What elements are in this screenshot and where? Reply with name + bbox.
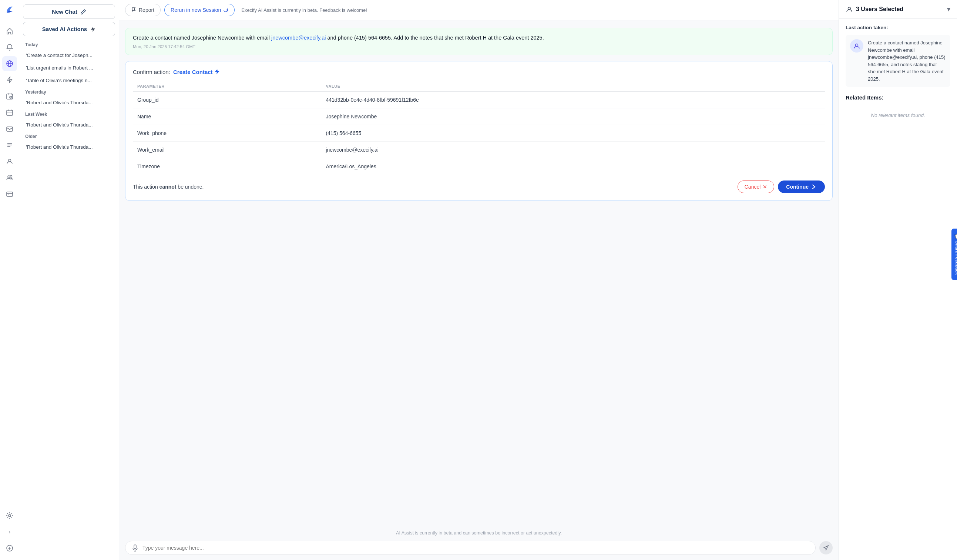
users-selected: 3 Users Selected <box>846 6 903 13</box>
sidebar-item-mail[interactable] <box>2 121 17 136</box>
action-description: Create a contact named Josephine Newcomb… <box>868 39 946 82</box>
avatar <box>850 39 863 52</box>
chat-bubble-icon: 💬 <box>954 234 957 239</box>
beta-notice: Execify AI Assist is currently in beta. … <box>241 7 367 13</box>
lightning-icon <box>90 26 96 32</box>
rerun-button[interactable]: Rerun in new Session <box>164 4 235 16</box>
svg-rect-7 <box>7 110 13 115</box>
sidebar-item-tasks[interactable] <box>2 137 17 152</box>
cancel-button[interactable]: Cancel ✕ <box>737 180 775 193</box>
list-item[interactable]: 'Create a contact for Joseph... ··· <box>23 49 115 62</box>
last-action-card: Create a contact named Josephine Newcomb… <box>846 35 950 87</box>
param-value: 441d32bb-0e4c-4d40-8fbf-59691f12fb6e <box>321 91 825 108</box>
section-older: Older <box>23 131 115 140</box>
action-icon <box>214 69 220 75</box>
send-button[interactable] <box>819 541 833 554</box>
param-name: Group_id <box>133 91 321 108</box>
right-panel: 3 Users Selected ▾ Last action taken: Cr… <box>839 0 957 560</box>
table-row: Group_id441d32bb-0e4c-4d40-8fbf-59691f12… <box>133 91 825 108</box>
sidebar: New Chat Saved AI Actions Today 'Create … <box>19 0 119 560</box>
right-panel-body: Last action taken: Create a contact name… <box>839 19 957 131</box>
flag-icon <box>131 7 137 13</box>
main-content: Report Rerun in new Session Execify AI A… <box>119 0 839 560</box>
sidebar-item-billing[interactable] <box>2 186 17 201</box>
new-chat-button[interactable]: New Chat <box>23 5 115 19</box>
pencil-icon <box>80 9 86 15</box>
section-last-week: Last Week <box>23 109 115 118</box>
no-items-text: No relevant items found. <box>846 105 950 125</box>
confirm-footer: This action cannot be undone. Cancel ✕ C… <box>133 180 825 193</box>
report-button[interactable]: Report <box>125 4 161 16</box>
param-name: Work_email <box>133 141 321 158</box>
param-name: Name <box>133 108 321 125</box>
col-parameter: PARAMETER <box>133 81 321 92</box>
confirm-header: Confirm action: Create Contact <box>133 69 825 75</box>
table-row: Work_emailjnewcombe@execify.ai <box>133 141 825 158</box>
list-item[interactable]: 'Robert and Olivia's Thursda... ··· <box>23 118 115 131</box>
list-item[interactable]: 'Robert and Olivia's Thursda... ··· <box>23 96 115 109</box>
message-time: Mon, 20 Jan 2025 17:42:54 GMT <box>133 44 825 49</box>
svg-point-17 <box>10 176 12 178</box>
param-value: America/Los_Angeles <box>321 158 825 175</box>
chat-input[interactable] <box>142 545 809 551</box>
section-today: Today <box>23 39 115 49</box>
list-item[interactable]: 'List urgent emails in Robert ... ··· <box>23 62 115 74</box>
saved-actions-label: Saved AI Actions <box>42 26 87 32</box>
sidebar-item-settings[interactable] <box>2 508 17 523</box>
param-value: (415) 564-6655 <box>321 125 825 141</box>
list-item[interactable]: 'Table of Olivia's meetings n... ··· <box>23 74 115 87</box>
toolbar: Report Rerun in new Session Execify AI A… <box>119 0 839 21</box>
app-logo[interactable] <box>5 5 15 16</box>
email-link[interactable]: jnewcombe@execify.ai <box>271 35 326 41</box>
action-name: Create Contact <box>173 69 220 75</box>
svg-rect-11 <box>7 127 13 131</box>
sidebar-item-contacts[interactable] <box>2 154 17 169</box>
beta-notice-bottom: AI Assist is currently in beta and can s… <box>119 527 839 537</box>
svg-rect-18 <box>7 192 13 196</box>
param-value: jnewcombe@execify.ai <box>321 141 825 158</box>
new-chat-label: New Chat <box>52 8 77 15</box>
sidebar-item-calendar[interactable] <box>2 105 17 120</box>
svg-point-29 <box>856 44 858 47</box>
chat-area: Create a contact named Josephine Newcomb… <box>119 21 839 527</box>
svg-point-16 <box>8 176 10 178</box>
sidebar-item-team[interactable] <box>2 170 17 185</box>
table-row: Work_phone(415) 564-6655 <box>133 125 825 141</box>
table-row: TimezoneAmerica/Los_Angeles <box>133 158 825 175</box>
right-panel-header: 3 Users Selected ▾ <box>839 0 957 19</box>
table-row: NameJosephine Newcombe <box>133 108 825 125</box>
sidebar-item-calendar-clock[interactable] <box>2 89 17 104</box>
sidebar-item-add[interactable] <box>2 541 17 555</box>
continue-button[interactable]: Continue <box>778 180 825 193</box>
saved-ai-actions-button[interactable]: Saved AI Actions <box>23 22 115 36</box>
sidebar-item-globe[interactable] <box>2 56 17 71</box>
message-bubble: Create a contact named Josephine Newcomb… <box>125 28 833 55</box>
param-value: Josephine Newcombe <box>321 108 825 125</box>
param-name: Timezone <box>133 158 321 175</box>
sidebar-item-bolt[interactable] <box>2 73 17 87</box>
chevron-right-icon <box>811 184 817 190</box>
expand-icon[interactable]: › <box>2 524 17 539</box>
user-icon <box>846 6 853 13</box>
list-item[interactable]: 'Robert and Olivia's Thursda... ··· <box>23 140 115 153</box>
mic-button[interactable] <box>131 544 139 552</box>
share-feedback-tab[interactable]: 💬 Share Feedback <box>951 229 957 280</box>
section-yesterday: Yesterday <box>23 87 115 96</box>
sidebar-item-home[interactable] <box>2 24 17 38</box>
param-name: Work_phone <box>133 125 321 141</box>
confirm-card: Confirm action: Create Contact PARAMETER… <box>125 61 833 201</box>
params-table: PARAMETER VALUE Group_id441d32bb-0e4c-4d… <box>133 81 825 175</box>
svg-point-21 <box>8 514 11 517</box>
confirm-warning: This action cannot be undone. <box>133 184 204 190</box>
refresh-icon <box>223 7 228 13</box>
chevron-down-icon[interactable]: ▾ <box>947 5 950 13</box>
confirm-actions: Cancel ✕ Continue <box>737 180 825 193</box>
last-action-label: Last action taken: <box>846 25 950 30</box>
message-text: Create a contact named Josephine Newcomb… <box>133 34 825 42</box>
col-value: VALUE <box>321 81 825 92</box>
icon-bar: › <box>0 0 19 560</box>
input-wrapper <box>125 541 816 555</box>
related-items-label: Related Items: <box>846 94 950 101</box>
cancel-x-icon: ✕ <box>763 184 767 190</box>
sidebar-item-bell[interactable] <box>2 40 17 55</box>
